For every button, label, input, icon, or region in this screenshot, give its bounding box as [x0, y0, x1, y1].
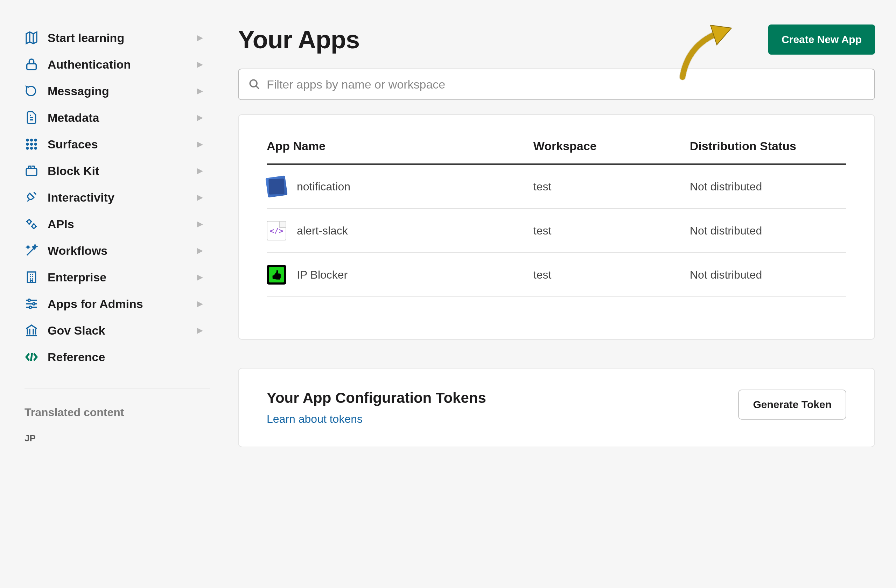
tokens-title: Your App Configuration Tokens	[267, 390, 486, 406]
sidebar-item-start-learning[interactable]: Start learning ▶	[24, 24, 210, 51]
sidebar-item-label: Start learning	[47, 31, 124, 45]
sidebar-item-label: Messaging	[47, 84, 109, 98]
chevron-right-icon: ▶	[197, 219, 210, 228]
app-name: IP Blocker	[297, 268, 347, 282]
app-name: alert-slack	[297, 224, 348, 237]
svg-point-6	[34, 143, 37, 146]
lock-icon	[24, 57, 38, 72]
sidebar-item-label: Gov Slack	[47, 324, 105, 337]
translated-content-heading: Translated content	[24, 406, 210, 419]
chevron-right-icon: ▶	[197, 246, 210, 255]
table-row[interactable]: IP Blocker test Not distributed	[267, 253, 846, 297]
sidebar-item-label: Metadata	[47, 111, 99, 125]
app-distribution-status: Not distributed	[690, 209, 846, 253]
translated-item-jp[interactable]: JP	[24, 433, 210, 444]
svg-point-11	[27, 220, 31, 223]
table-row[interactable]: </> alert-slack test Not distributed	[267, 209, 846, 253]
svg-rect-10	[26, 168, 37, 175]
generate-token-button[interactable]: Generate Token	[738, 390, 846, 420]
filter-input-container[interactable]	[238, 69, 875, 100]
svg-point-15	[32, 303, 35, 305]
apps-list-card: App Name Workspace Distribution Status n…	[238, 114, 875, 340]
sidebar-item-label: Reference	[47, 350, 105, 364]
svg-point-8	[30, 147, 33, 150]
app-workspace: test	[533, 164, 690, 209]
sidebar-item-label: Enterprise	[47, 271, 107, 284]
sidebar-item-label: APIs	[47, 217, 74, 231]
grid-icon	[24, 137, 38, 151]
column-header-workspace: Workspace	[533, 139, 690, 164]
sidebar-item-metadata[interactable]: Metadata ▶	[24, 104, 210, 131]
sidebar-item-label: Block Kit	[47, 164, 99, 178]
app-distribution-status: Not distributed	[690, 253, 846, 297]
sidebar-item-label: Apps for Admins	[47, 297, 143, 311]
sidebar-item-label: Surfaces	[47, 137, 98, 151]
search-icon	[248, 78, 261, 90]
map-icon	[24, 31, 38, 45]
filter-apps-input[interactable]	[267, 78, 864, 91]
sidebar-item-surfaces[interactable]: Surfaces ▶	[24, 131, 210, 157]
block-icon	[24, 164, 38, 178]
column-header-distribution-status: Distribution Status	[690, 139, 846, 164]
app-icon	[265, 175, 287, 197]
app-icon	[267, 265, 286, 285]
svg-point-1	[26, 139, 29, 142]
sidebar-item-label: Workflows	[47, 244, 107, 257]
chevron-right-icon: ▶	[197, 113, 210, 122]
learn-about-tokens-link[interactable]: Learn about tokens	[267, 413, 363, 425]
column-header-app-name: App Name	[267, 139, 533, 164]
chevron-right-icon: ▶	[197, 33, 210, 43]
svg-point-4	[26, 143, 29, 146]
sliders-icon	[24, 297, 38, 311]
apps-table: App Name Workspace Distribution Status n…	[267, 139, 846, 297]
plug-icon	[24, 190, 38, 204]
svg-point-18	[250, 80, 257, 87]
code-icon	[24, 350, 38, 364]
sidebar-item-gov-slack[interactable]: Gov Slack ▶	[24, 317, 210, 344]
app-config-tokens-card: Your App Configuration Tokens Learn abou…	[238, 368, 875, 447]
chevron-right-icon: ▶	[197, 87, 210, 96]
sidebar-item-authentication[interactable]: Authentication ▶	[24, 51, 210, 78]
chevron-right-icon: ▶	[197, 193, 210, 202]
chevron-right-icon: ▶	[197, 140, 210, 149]
metadata-icon	[24, 111, 38, 125]
gears-icon	[24, 217, 38, 231]
sidebar-divider	[24, 388, 210, 388]
chevron-right-icon: ▶	[197, 166, 210, 175]
svg-point-9	[34, 147, 37, 150]
svg-point-7	[26, 147, 29, 150]
building-icon	[24, 270, 38, 284]
table-row[interactable]: notification test Not distributed	[267, 164, 846, 209]
sidebar-item-reference[interactable]: Reference	[24, 344, 210, 370]
sidebar-item-workflows[interactable]: Workflows ▶	[24, 237, 210, 264]
create-new-app-button[interactable]: Create New App	[768, 24, 875, 55]
chevron-right-icon: ▶	[197, 326, 210, 335]
sidebar-item-interactivity[interactable]: Interactivity ▶	[24, 184, 210, 211]
main-content: Your Apps Create New App App Name Worksp…	[224, 0, 896, 588]
sidebar-item-block-kit[interactable]: Block Kit ▶	[24, 157, 210, 184]
app-icon: </>	[267, 221, 286, 241]
sidebar-item-label: Interactivity	[47, 191, 114, 204]
sidebar-item-apps-for-admins[interactable]: Apps for Admins ▶	[24, 291, 210, 317]
svg-rect-0	[27, 64, 37, 70]
svg-point-12	[32, 225, 36, 228]
chevron-right-icon: ▶	[197, 60, 210, 69]
app-workspace: test	[533, 253, 690, 297]
svg-point-5	[30, 143, 33, 146]
sidebar: Start learning ▶ Authentication ▶ Messag…	[0, 0, 224, 588]
gov-icon	[24, 323, 38, 337]
chevron-right-icon: ▶	[197, 273, 210, 282]
sidebar-item-enterprise[interactable]: Enterprise ▶	[24, 264, 210, 291]
message-icon	[24, 84, 38, 98]
svg-point-14	[28, 299, 30, 302]
sidebar-item-messaging[interactable]: Messaging ▶	[24, 78, 210, 104]
page-title: Your Apps	[238, 25, 360, 54]
app-workspace: test	[533, 209, 690, 253]
app-distribution-status: Not distributed	[690, 164, 846, 209]
sidebar-item-apis[interactable]: APIs ▶	[24, 211, 210, 237]
app-name: notification	[297, 180, 350, 193]
svg-point-2	[30, 139, 33, 142]
svg-marker-17	[710, 25, 731, 45]
sidebar-item-label: Authentication	[47, 58, 131, 72]
svg-point-3	[34, 139, 37, 142]
